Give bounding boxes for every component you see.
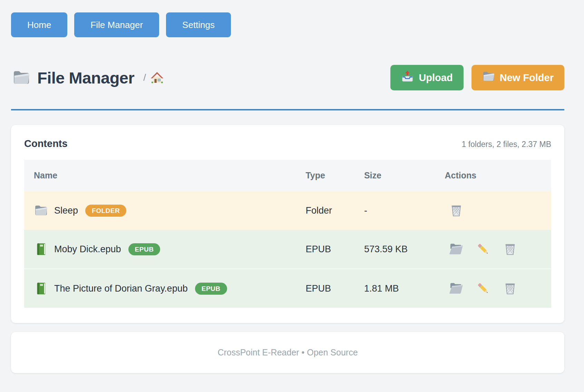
size-cell: 1.81 MB [364,269,445,308]
table-row: Moby Dick.epub EPUB EPUB 573.59 KB [24,230,551,269]
page: Home File Manager Settings File Manager … [0,0,584,373]
contents-card-header: Contents 1 folders, 2 files, 2.37 MB [24,138,551,149]
nav-settings-button[interactable]: Settings [166,12,231,37]
green-book-icon [34,242,48,256]
contents-title: Contents [24,138,68,149]
folder-icon [34,204,48,217]
trash-icon [503,242,518,256]
column-header-size: Size [364,160,445,191]
page-title: File Manager [37,68,134,87]
type-badge: EPUB [128,243,160,255]
folder-icon [11,69,32,87]
type-cell: EPUB [305,230,364,269]
delete-button[interactable] [503,281,518,296]
contents-summary: 1 folders, 2 files, 2.37 MB [461,140,551,149]
pencil-icon [476,242,491,256]
footer-text: CrossPoint E-Reader • Open Source [217,347,358,357]
rename-button[interactable] [476,281,491,296]
column-header-type: Type [305,160,364,191]
type-badge: FOLDER [85,205,126,217]
footer-card: CrossPoint E-Reader • Open Source [11,332,564,373]
column-header-name: Name [24,160,305,191]
file-name: The Picture of Dorian Gray.epub [54,283,188,294]
type-badge: EPUB [195,283,227,295]
outbox-tray-icon [401,70,414,85]
pencil-icon [476,281,491,296]
file-name: Moby Dick.epub [54,244,121,255]
breadcrumb-separator: / [143,72,146,83]
header-actions: Upload New Folder [390,65,564,90]
nav-file-manager-button[interactable]: File Manager [74,12,159,37]
size-cell: 573.59 KB [364,230,445,269]
table-header-row: Name Type Size Actions [24,160,551,191]
breadcrumb-home-link[interactable] [150,71,164,85]
title-group: File Manager / [11,68,164,87]
type-cell: Folder [305,191,364,230]
upload-button-label: Upload [419,72,452,84]
move-file-button[interactable] [449,242,464,257]
column-header-actions: Actions [445,160,551,191]
house-icon [150,71,164,85]
new-folder-button-label: New Folder [500,72,554,84]
contents-card: Contents 1 folders, 2 files, 2.37 MB Nam… [11,125,564,323]
trash-icon [449,203,464,218]
file-table: Name Type Size Actions Sleep FOLDER [24,160,551,308]
trash-icon [503,281,518,296]
size-cell: - [364,191,445,230]
nav-home-button[interactable]: Home [11,12,67,37]
new-folder-button[interactable]: New Folder [471,65,564,90]
table-row: The Picture of Dorian Gray.epub EPUB EPU… [24,269,551,308]
move-file-button[interactable] [449,281,464,296]
folder-icon [482,70,495,85]
delete-button[interactable] [449,203,464,218]
open-folder-icon [449,281,464,296]
type-cell: EPUB [305,269,364,308]
file-name: Sleep [54,205,78,216]
delete-button[interactable] [503,242,518,257]
header-divider [11,109,564,110]
upload-button[interactable]: Upload [390,65,463,90]
green-book-icon [34,282,48,295]
open-folder-icon [449,242,464,256]
rename-button[interactable] [476,242,491,257]
top-nav: Home File Manager Settings [11,12,564,37]
table-row: Sleep FOLDER Folder - [24,191,551,230]
page-header: File Manager / Upload New Folder [11,65,564,90]
